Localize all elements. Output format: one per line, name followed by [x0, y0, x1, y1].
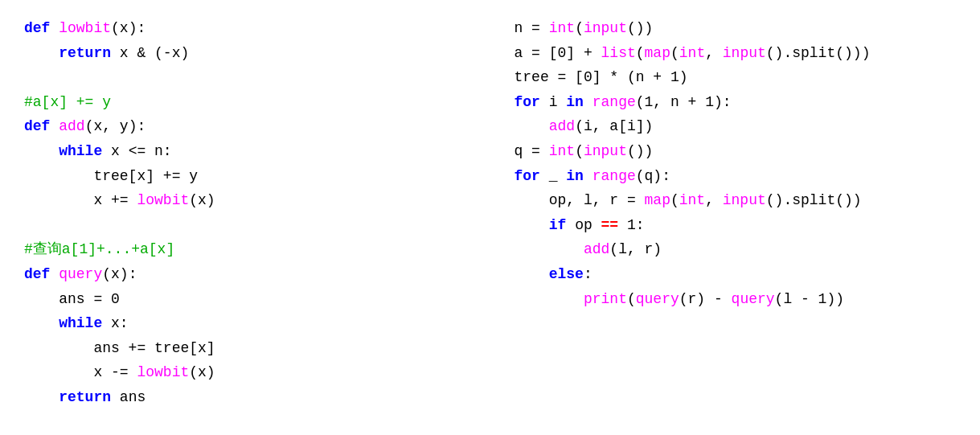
left-code: def lowbit(x): return x & (-x) #a[x] += …: [24, 16, 466, 410]
code-line: while x:: [24, 311, 466, 336]
code-line: for _ in range(q):: [515, 164, 957, 189]
code-line: n = int(input()): [515, 16, 957, 41]
code-line: a = [0] + list(map(int, input().split())…: [515, 41, 957, 66]
code-line: def add(x, y):: [24, 114, 466, 139]
code-line: add(l, r): [515, 237, 957, 262]
code-line: tree = [0] * (n + 1): [515, 65, 957, 90]
code-line: while x <= n:: [24, 139, 466, 164]
code-line: ans = 0: [24, 287, 466, 312]
code-line: [24, 213, 466, 238]
code-line: #a[x] += y: [24, 90, 466, 115]
code-line: x -= lowbit(x): [24, 360, 466, 385]
code-line: return ans: [24, 385, 466, 410]
code-line: for i in range(1, n + 1):: [515, 90, 957, 115]
code-line: op, l, r = map(int, input().split()): [515, 188, 957, 213]
code-line: print(query(r) - query(l - 1)): [515, 287, 957, 312]
code-line: else:: [515, 262, 957, 287]
left-column: def lowbit(x): return x & (-x) #a[x] += …: [24, 16, 466, 410]
code-line: add(i, a[i]): [515, 114, 957, 139]
code-line: tree[x] += y: [24, 164, 466, 189]
code-line: return x & (-x): [24, 41, 466, 66]
code-line: if op == 1:: [515, 213, 957, 238]
code-line: q = int(input()): [515, 139, 957, 164]
code-line: def query(x):: [24, 262, 466, 287]
code-line: x += lowbit(x): [24, 188, 466, 213]
code-line: #查询a[1]+...+a[x]: [24, 237, 466, 262]
code-line: def lowbit(x):: [24, 16, 466, 41]
right-code: n = int(input())a = [0] + list(map(int, …: [515, 16, 957, 311]
right-column: n = int(input())a = [0] + list(map(int, …: [515, 16, 957, 410]
code-line: ans += tree[x]: [24, 336, 466, 361]
code-line: [24, 65, 466, 90]
